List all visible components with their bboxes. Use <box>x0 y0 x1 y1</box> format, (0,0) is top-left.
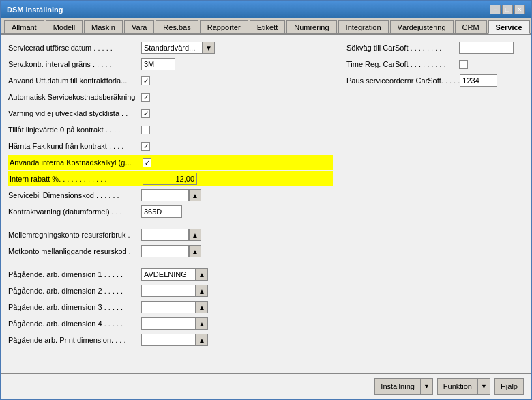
footer: Inställning ▼ Funktion ▼ Hjälp <box>1 373 531 399</box>
pagaende-dim3-input-group: ▲ <box>141 301 208 313</box>
funktion-dropdown-btn[interactable]: ▼ <box>477 378 490 395</box>
servkontr-row: Serv.kontr. interval gräns . . . . . <box>8 57 333 72</box>
paus-input[interactable] <box>460 74 497 87</box>
pagaende-dim3-input[interactable] <box>141 301 196 313</box>
inställning-dropdown-btn[interactable]: ▼ <box>420 378 433 395</box>
minimize-button[interactable]: − <box>490 5 501 14</box>
tab-modell[interactable]: Modell <box>46 20 83 33</box>
anvand-utfdatum-label: Använd Utf.datum till kontraktförla... <box>8 76 141 85</box>
motkonto-label: Motkonto mellanliggande resurskod . <box>8 247 141 255</box>
main-window: DSM inställning − □ ✕ Allmänt Modell Mas… <box>0 0 532 400</box>
sokväg-input[interactable] <box>459 42 514 54</box>
servkontr-input[interactable] <box>141 58 175 70</box>
close-button[interactable]: ✕ <box>514 5 525 14</box>
varning-checkbox[interactable]: ✓ <box>141 109 150 118</box>
anvand-utfdatum-checkbox[interactable]: ✓ <box>141 76 150 85</box>
servicerad-row: Servicerad utförseldatum . . . . . ▼ <box>8 40 333 55</box>
motkonto-input-group: ▲ <box>141 245 201 257</box>
window-controls: − □ ✕ <box>490 5 525 14</box>
servicebil-label: Servicebil Dimensionskod . . . . . . <box>8 191 141 199</box>
motkonto-up-btn[interactable]: ▲ <box>189 245 201 257</box>
pagaende-dim1-input[interactable] <box>141 268 196 281</box>
content-area: Servicerad utförseldatum . . . . . ▼ Ser… <box>1 35 531 373</box>
funktion-button[interactable]: Funktion <box>437 378 477 395</box>
hamta-row: Hämta Fak.kund från kontrakt . . . . ✓ <box>8 139 333 154</box>
pagaende-dim2-input[interactable] <box>141 285 196 297</box>
tab-vara[interactable]: Vara <box>124 20 154 33</box>
hjälp-button[interactable]: Hjälp <box>494 378 524 395</box>
tab-crm[interactable]: CRM <box>455 20 487 33</box>
inställning-btn-group: Inställning ▼ <box>374 378 432 395</box>
pagaende-dim2-label: Pågående. arb. dimension 2 . . . . . <box>8 287 141 295</box>
tillat-label: Tillåt linjevärde 0 på kontrakt . . . . <box>8 126 141 134</box>
kontraktvarning-row: Kontraktvarning (datumformel) . . . <box>8 204 333 219</box>
pagaende-print-input[interactable] <box>141 334 196 346</box>
servicerad-input[interactable] <box>141 42 203 54</box>
hamta-label: Hämta Fak.kund från kontrakt . . . . <box>8 142 141 150</box>
mellemregning-input[interactable] <box>141 229 189 241</box>
sokväg-label: Sökväg till CarSoft . . . . . . . . <box>346 44 459 52</box>
timereg-checkbox[interactable] <box>459 60 468 69</box>
pagaende-dim2-row: Pågående. arb. dimension 2 . . . . . ▲ <box>8 283 333 298</box>
tab-service[interactable]: Service <box>488 20 530 34</box>
varning-label: Varning vid ej utvecklad stycklista . . <box>8 109 141 117</box>
mellemregning-label: Mellemregningskonto resursforbruk . <box>8 231 141 239</box>
mellemregning-up-btn[interactable]: ▲ <box>189 229 201 241</box>
pagaende-dim4-up-btn[interactable]: ▲ <box>196 317 208 330</box>
anvanda-interna-label: Använda interna Kostnadskalkyl (g... <box>10 158 143 167</box>
kontraktvarning-input[interactable] <box>141 205 182 218</box>
pagaende-dim4-input[interactable] <box>141 317 196 330</box>
servicebil-up-btn[interactable]: ▲ <box>189 189 201 201</box>
maximize-button[interactable]: □ <box>502 5 513 14</box>
tab-allmant[interactable]: Allmänt <box>4 20 44 33</box>
pagaende-dim3-up-btn[interactable]: ▲ <box>196 301 208 313</box>
right-column: Sökväg till CarSoft . . . . . . . . Time… <box>346 40 524 368</box>
tab-rapporter[interactable]: Rapporter <box>200 20 248 33</box>
mellemregning-input-group: ▲ <box>141 229 201 241</box>
pagaende-dim2-up-btn[interactable]: ▲ <box>196 285 208 297</box>
pagaende-dim1-input-group: ▲ <box>141 268 208 281</box>
tab-integration[interactable]: Integration <box>338 20 389 33</box>
varning-row: Varning vid ej utvecklad stycklista . . … <box>8 106 333 121</box>
servkontr-label: Serv.kontr. interval gräns . . . . . <box>8 60 141 68</box>
servicebil-input-group: ▲ <box>141 189 201 201</box>
hamta-checkbox[interactable]: ✓ <box>141 142 150 151</box>
motkonto-input[interactable] <box>141 245 189 257</box>
pagaende-dim3-label: Pågående. arb. dimension 3 . . . . . <box>8 303 141 311</box>
intern-rabatt-row: Intern rabatt %. . . . . . . . . . . . <box>8 171 333 186</box>
anvanda-interna-checkbox[interactable]: ✓ <box>143 158 151 167</box>
tillat-row: Tillåt linjevärde 0 på kontrakt . . . . <box>8 122 333 137</box>
inställning-button[interactable]: Inställning <box>374 378 420 395</box>
pagaende-dim4-input-group: ▲ <box>141 317 208 330</box>
paus-label: Paus serviceordernr CarSoft. . . . . <box>346 76 460 85</box>
pagaende-print-up-btn[interactable]: ▲ <box>196 334 208 346</box>
pagaende-print-row: Pågående arb. Print dimension. . . . ▲ <box>8 332 333 347</box>
servicebil-row: Servicebil Dimensionskod . . . . . . ▲ <box>8 188 333 203</box>
tab-resbas[interactable]: Res.bas <box>156 20 198 33</box>
tab-vardejustering[interactable]: Värdejustering <box>390 20 454 33</box>
mellemregning-row: Mellemregningskonto resursforbruk . ▲ <box>8 227 333 242</box>
tillat-checkbox[interactable] <box>141 126 150 134</box>
automatisk-label: Automatisk Servicekostnadsberäkning <box>8 93 141 101</box>
pagaende-print-label: Pågående arb. Print dimension. . . . <box>8 336 141 344</box>
servicerad-dropdown-btn[interactable]: ▼ <box>203 42 215 54</box>
pagaende-dim1-row: Pågående. arb. dimension 1 . . . . . ▲ <box>8 267 333 282</box>
pagaende-dim2-input-group: ▲ <box>141 285 208 297</box>
pagaende-dim4-label: Pågående. arb. dimension 4 . . . . . <box>8 319 141 328</box>
timereg-label: Time Reg. CarSoft . . . . . . . . . <box>346 60 459 68</box>
left-column: Servicerad utförseldatum . . . . . ▼ Ser… <box>8 40 333 368</box>
pagaende-print-input-group: ▲ <box>141 334 208 346</box>
automatisk-row: Automatisk Servicekostnadsberäkning ✓ <box>8 89 333 104</box>
tab-etikett[interactable]: Etikett <box>250 20 286 33</box>
paus-row: Paus serviceordernr CarSoft. . . . . <box>346 73 524 88</box>
automatisk-checkbox[interactable]: ✓ <box>141 93 150 102</box>
title-bar: DSM inställning − □ ✕ <box>1 1 531 18</box>
window-title: DSM inställning <box>7 5 63 14</box>
intern-rabatt-input[interactable] <box>143 173 197 185</box>
tab-maskin[interactable]: Maskin <box>84 20 123 33</box>
funktion-btn-group: Funktion ▼ <box>437 378 490 395</box>
tab-numrering[interactable]: Numrering <box>286 20 336 33</box>
pagaende-dim1-up-btn[interactable]: ▲ <box>196 268 208 281</box>
servicerad-label: Servicerad utförseldatum . . . . . <box>8 44 141 52</box>
servicebil-input[interactable] <box>141 189 189 201</box>
